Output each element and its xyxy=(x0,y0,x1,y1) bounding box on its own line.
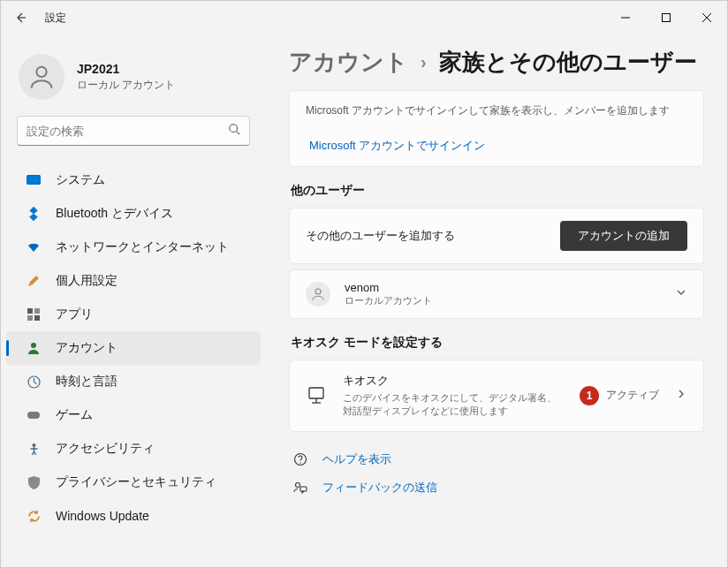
feedback-label: フィードバックの送信 xyxy=(322,480,437,496)
close-button[interactable] xyxy=(686,4,727,32)
nav-label: アクセシビリティ xyxy=(56,441,155,457)
user-row[interactable]: venom ローカルアカウント xyxy=(289,269,704,319)
help-icon xyxy=(292,452,308,466)
nav-apps[interactable]: アプリ xyxy=(6,298,261,331)
search-box[interactable] xyxy=(17,116,250,146)
chevron-down-icon xyxy=(675,286,687,302)
nav-label: システム xyxy=(56,172,105,188)
user-row-role: ローカルアカウント xyxy=(345,294,432,307)
nav-time-language[interactable]: 時刻と言語 xyxy=(6,365,261,398)
bluetooth-icon xyxy=(26,206,42,222)
svg-point-15 xyxy=(32,443,35,447)
user-name: JP2021 xyxy=(77,62,175,76)
svg-rect-7 xyxy=(27,176,41,185)
svg-rect-1 xyxy=(663,14,671,22)
kiosk-section-title: キオスク モードを設定する xyxy=(291,335,704,351)
help-link[interactable]: ヘルプを表示 xyxy=(289,451,704,467)
nav-label: ゲーム xyxy=(56,407,93,423)
nav-accessibility[interactable]: アクセシビリティ xyxy=(6,432,261,466)
breadcrumb-parent[interactable]: アカウント xyxy=(289,47,408,78)
feedback-icon xyxy=(292,481,308,495)
window-title: 設定 xyxy=(45,11,66,26)
family-card: Microsoft アカウントでサインインして家族を表示し、メンバーを追加します… xyxy=(289,90,704,167)
maximize-icon xyxy=(662,13,671,22)
svg-point-5 xyxy=(230,125,238,133)
globe-clock-icon xyxy=(26,374,42,390)
brush-icon xyxy=(26,273,42,289)
user-icon xyxy=(27,62,57,92)
svg-rect-8 xyxy=(27,308,33,314)
nav-label: 時刻と言語 xyxy=(56,374,118,390)
user-icon xyxy=(310,286,326,302)
maximize-button[interactable] xyxy=(646,4,686,32)
add-user-label: その他のユーザーを追加する xyxy=(306,228,455,244)
nav-system[interactable]: システム xyxy=(6,163,261,197)
chevron-right-icon: › xyxy=(421,52,427,72)
svg-point-22 xyxy=(296,482,300,487)
wifi-icon xyxy=(26,239,42,255)
nav-label: アカウント xyxy=(56,340,118,356)
add-account-button[interactable]: アカウントの追加 xyxy=(560,221,687,251)
family-desc: Microsoft アカウントでサインインして家族を表示し、メンバーを追加します xyxy=(306,103,687,118)
person-icon xyxy=(26,340,42,356)
svg-rect-11 xyxy=(34,315,40,321)
minimize-button[interactable] xyxy=(605,4,646,32)
status-badge: 1 xyxy=(580,386,599,405)
nav-network[interactable]: ネットワークとインターネット xyxy=(6,231,261,264)
nav-label: プライバシーとセキュリティ xyxy=(56,474,216,490)
shield-icon xyxy=(26,474,42,490)
help-label: ヘルプを表示 xyxy=(322,451,391,467)
avatar xyxy=(19,54,64,100)
gamepad-icon xyxy=(26,407,42,423)
search-icon xyxy=(228,123,240,139)
svg-point-16 xyxy=(315,289,321,294)
svg-line-6 xyxy=(237,132,240,135)
svg-rect-17 xyxy=(309,388,323,398)
other-users-title: 他のユーザー xyxy=(291,183,704,199)
kiosk-title: キオスク xyxy=(343,373,564,389)
svg-point-4 xyxy=(36,67,46,77)
back-button[interactable] xyxy=(11,9,29,27)
nav-label: ネットワークとインターネット xyxy=(56,239,229,255)
kiosk-card[interactable]: キオスク このデバイスをキオスクにして、デジタル署名、対話型ディスプレイなどに使… xyxy=(289,360,704,432)
apps-icon xyxy=(26,307,42,322)
ms-signin-link[interactable]: Microsoft アカウントでサインイン xyxy=(306,138,687,154)
monitor-icon xyxy=(26,172,42,188)
nav-personalization[interactable]: 個人用設定 xyxy=(6,264,261,298)
nav-privacy[interactable]: プライバシーとセキュリティ xyxy=(6,466,261,499)
nav-windows-update[interactable]: Windows Update xyxy=(6,499,261,533)
nav-label: Bluetooth とデバイス xyxy=(56,206,173,222)
feedback-link[interactable]: フィードバックの送信 xyxy=(289,480,704,496)
nav-label: アプリ xyxy=(56,307,93,322)
avatar xyxy=(306,282,330,307)
svg-rect-10 xyxy=(27,315,33,321)
svg-point-12 xyxy=(31,343,36,348)
accessibility-icon xyxy=(26,441,42,457)
close-icon xyxy=(702,13,711,22)
nav-gaming[interactable]: ゲーム xyxy=(6,398,261,432)
current-user-block[interactable]: JP2021 ローカル アカウント xyxy=(1,47,266,116)
user-role: ローカル アカウント xyxy=(77,78,175,93)
nav-label: 個人用設定 xyxy=(56,273,118,289)
add-user-row: その他のユーザーを追加する アカウントの追加 xyxy=(289,208,704,264)
kiosk-icon xyxy=(306,385,327,406)
nav-label: Windows Update xyxy=(56,509,149,523)
update-icon xyxy=(26,508,42,524)
nav-accounts[interactable]: アカウント xyxy=(6,331,261,365)
page-title: 家族とその他のユーザー xyxy=(439,47,697,78)
svg-rect-14 xyxy=(27,412,40,419)
svg-rect-23 xyxy=(300,487,307,491)
arrow-left-icon xyxy=(13,11,27,25)
user-row-name: venom xyxy=(345,281,432,294)
svg-point-21 xyxy=(300,462,300,463)
svg-rect-9 xyxy=(34,308,40,314)
chevron-right-icon xyxy=(675,388,687,404)
minimize-icon xyxy=(621,13,630,22)
breadcrumb: アカウント › 家族とその他のユーザー xyxy=(289,47,704,78)
nav-list: システム Bluetooth とデバイス ネットワークとインターネット 個人用設… xyxy=(1,158,266,567)
nav-bluetooth[interactable]: Bluetooth とデバイス xyxy=(6,197,261,231)
kiosk-desc: このデバイスをキオスクにして、デジタル署名、対話型ディスプレイなどに使用します xyxy=(343,391,564,419)
kiosk-status: アクティブ xyxy=(606,388,659,403)
search-input[interactable] xyxy=(27,125,228,138)
